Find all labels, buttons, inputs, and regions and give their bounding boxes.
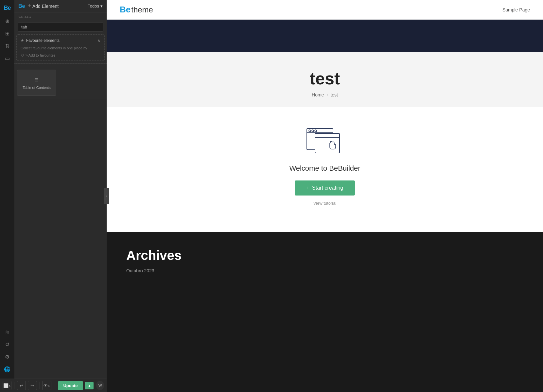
responsive-icon: ⬜: [3, 383, 9, 388]
version-label: V27.3.3.1: [16, 14, 33, 19]
svg-point-4: [315, 130, 317, 132]
sidebar-icon-layout[interactable]: ⊞: [2, 28, 12, 39]
update-dropdown-button[interactable]: ▲: [85, 382, 94, 389]
elements-panel: Be + Add Element Todos ▾ V27.3.3.1 ★ Fav…: [14, 0, 107, 99]
shield-icon: 🛡: [21, 53, 24, 57]
archives-month: Outubro 2023: [126, 268, 523, 273]
breadcrumb-home[interactable]: Home: [312, 92, 324, 97]
main-content: Be theme Sample Page test Home › test: [107, 0, 543, 392]
add-to-favourites-link[interactable]: 🛡 > Add to favourites: [21, 53, 100, 57]
sidebar-icon-sort[interactable]: ⇅: [2, 41, 12, 51]
element-card-table-of-contents[interactable]: ≡ Table of Contents: [17, 70, 56, 96]
favourites-header: ★ Favourite elements ∧: [21, 38, 100, 43]
wordpress-icon[interactable]: W: [96, 381, 104, 390]
site-logo: Be theme: [120, 5, 153, 15]
start-creating-button[interactable]: + Start creating: [295, 180, 355, 196]
sidebar-icon-add[interactable]: ⊕: [2, 16, 12, 26]
site-logo-theme: theme: [131, 5, 153, 14]
redo-button[interactable]: ↪: [28, 381, 37, 390]
sidebar-be-logo: Be: [4, 5, 10, 11]
preview-button[interactable]: 👁 ▲: [42, 381, 51, 390]
site-logo-be: Be: [120, 5, 131, 15]
sidebar-icon-history[interactable]: ↺: [2, 339, 12, 349]
svg-point-2: [309, 130, 311, 132]
add-element-label: Add Element: [32, 4, 59, 9]
plus-icon: +: [27, 3, 31, 9]
panel-logo: Be: [18, 3, 25, 9]
dropdown-chevron-icon: ▾: [100, 4, 103, 9]
sidebar-icon-layers[interactable]: ≋: [2, 327, 12, 337]
panel-header: Be + Add Element Todos ▾: [14, 0, 107, 12]
sidebar-icon-settings[interactable]: ⚙: [2, 351, 12, 362]
responsive-button[interactable]: ⬜ ▲: [3, 381, 11, 390]
archives-title: Archives: [126, 248, 523, 263]
eye-icon: 👁: [44, 383, 48, 388]
dark-band: [107, 20, 543, 52]
bottom-toolbar: ⬜ ▲ ↩ ↪ 👁 ▲ Update ▲ W: [0, 379, 107, 392]
breadcrumb-separator: ›: [326, 93, 328, 97]
undo-button[interactable]: ↩: [17, 381, 26, 390]
preview-arrow: ▲: [48, 384, 50, 387]
page-title: test: [310, 69, 340, 88]
breadcrumb-current: test: [330, 92, 338, 97]
sidebar-logo: Be: [1, 3, 13, 12]
table-of-contents-icon: ≡: [35, 76, 39, 84]
sidebar-icon-page[interactable]: ▭: [2, 53, 12, 63]
element-card-label: Table of Contents: [23, 86, 51, 90]
update-button[interactable]: Update: [58, 381, 83, 390]
favourites-title: ★ Favourite elements: [21, 38, 60, 43]
favourites-description: Collect favourite elements in one place …: [21, 46, 100, 51]
search-input[interactable]: [18, 22, 103, 32]
breadcrumb: Home › test: [312, 92, 338, 97]
elements-grid: ≡ Table of Contents: [14, 66, 107, 99]
archives-section: Archives Outubro 2023: [107, 232, 543, 392]
toolbar-separator-1: [14, 382, 14, 389]
favourites-collapse-icon[interactable]: ∧: [97, 38, 100, 43]
toolbar-separator-3: [54, 382, 54, 389]
builder-illustration: [305, 127, 344, 156]
favourites-section: ★ Favourite elements ∧ Collect favourite…: [16, 34, 105, 61]
panel-collapse-handle[interactable]: ‹: [104, 188, 109, 204]
sidebar: Be ⊕ ⊞ ⇅ ▭ ≋ ↺ ⚙ 🌐 ⚙: [0, 0, 14, 392]
toolbar-separator-2: [40, 382, 40, 389]
chevron-left-icon: ‹: [106, 194, 107, 198]
welcome-title: Welcome to BeBuilder: [289, 164, 360, 173]
sidebar-icon-globe[interactable]: 🌐: [2, 364, 12, 374]
svg-rect-5: [315, 133, 340, 153]
start-creating-label: Start creating: [312, 185, 343, 191]
hero-section: test Home › test: [107, 52, 543, 107]
add-element-button[interactable]: + Add Element: [27, 3, 59, 9]
view-tutorial-link[interactable]: View tutorial: [313, 201, 337, 206]
sample-page-link[interactable]: Sample Page: [502, 7, 530, 12]
plus-icon: +: [307, 185, 309, 191]
category-dropdown[interactable]: Todos ▾: [88, 4, 103, 9]
svg-point-3: [312, 130, 314, 132]
responsive-arrow: ▲: [9, 384, 11, 387]
site-header: Be theme Sample Page: [107, 0, 543, 20]
welcome-section: Welcome to BeBuilder + Start creating Vi…: [107, 107, 543, 232]
category-label: Todos: [88, 4, 99, 9]
divider: [14, 63, 107, 64]
star-icon: ★: [21, 38, 24, 43]
